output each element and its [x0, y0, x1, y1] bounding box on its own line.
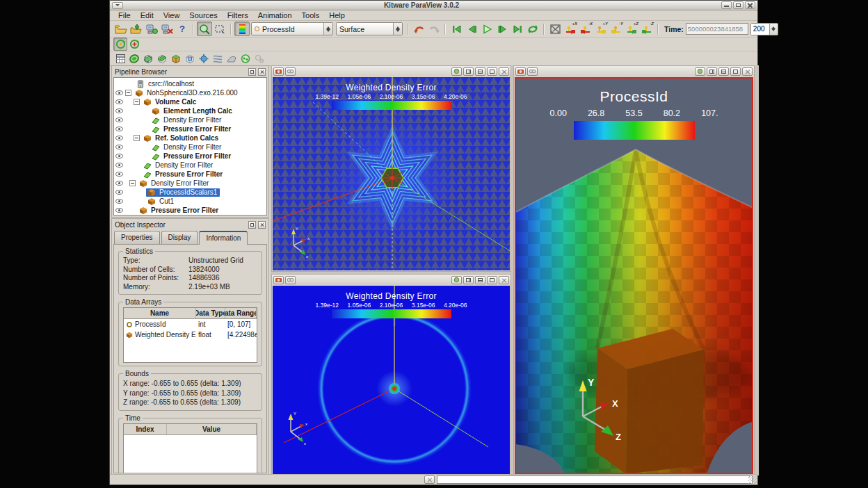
menu-sources[interactable]: Sources [184, 11, 222, 19]
tab-display[interactable]: Display [161, 231, 198, 244]
set-view-minus-x-button[interactable]: -X [578, 22, 593, 36]
pipeline-item-source[interactable]: NohSpherical3D.exo.216.000 [114, 88, 266, 97]
frame-spinbox[interactable] [750, 23, 778, 35]
redo-button[interactable] [426, 22, 442, 36]
pipeline-item[interactable]: Pressure Error Filter [114, 206, 266, 215]
link-view-button[interactable] [285, 67, 296, 76]
split-vertical-button[interactable] [475, 276, 485, 284]
tab-properties[interactable]: Properties [114, 231, 160, 244]
reset-camera-button[interactable] [547, 22, 563, 36]
split-horizontal-button[interactable] [707, 67, 717, 76]
eye-icon[interactable] [115, 190, 123, 195]
menu-file[interactable]: File [113, 11, 136, 19]
split-horizontal-button[interactable] [463, 67, 474, 76]
stream-tracer-button[interactable] [211, 52, 225, 65]
maximize-view-button[interactable] [487, 67, 497, 76]
menu-help[interactable]: Help [324, 11, 350, 19]
set-view-plus-x-button[interactable]: +X [563, 22, 578, 36]
open-file-button[interactable] [113, 22, 129, 36]
expander-icon[interactable] [134, 135, 140, 141]
viewport-mesh-star[interactable]: Y x z Weighted Density Error 1.39e-12 1.… [273, 77, 510, 270]
eye-icon[interactable] [115, 108, 123, 113]
split-vertical-button[interactable] [718, 67, 729, 76]
menu-edit[interactable]: Edit [136, 11, 159, 19]
expander-icon[interactable] [129, 180, 136, 186]
time-value-input[interactable] [686, 23, 748, 35]
lookmark-button[interactable] [515, 67, 526, 76]
connect-server-button[interactable] [144, 22, 159, 36]
pipeline-item[interactable]: Density Error Filter [114, 143, 266, 152]
previous-frame-button[interactable] [464, 22, 479, 36]
dock-close-button[interactable] [258, 68, 266, 76]
column-header-name[interactable]: Name [124, 308, 196, 318]
minimize-button[interactable] [721, 1, 732, 9]
eye-icon[interactable] [115, 199, 123, 204]
pipeline-item[interactable]: Pressure Error Filter [114, 170, 266, 179]
view-lookmark-button[interactable] [451, 67, 462, 76]
play-button[interactable] [479, 22, 495, 36]
first-frame-button[interactable] [449, 22, 464, 36]
pipeline-item[interactable]: Density Error Filter [114, 161, 266, 170]
close-view-button[interactable] [499, 67, 509, 76]
spinbox-arrows-icon[interactable] [769, 24, 778, 35]
edit-color-map-button[interactable] [234, 22, 250, 36]
close-button[interactable] [745, 1, 755, 9]
eye-icon[interactable] [115, 145, 123, 149]
pipeline-item[interactable]: Pressure Error Filter [114, 152, 266, 161]
menu-animation[interactable]: Animation [253, 11, 297, 19]
maximize-button[interactable] [733, 1, 744, 9]
warp-filter-button[interactable] [225, 52, 239, 65]
rubber-band-zoom-button[interactable] [197, 22, 212, 36]
pipeline-item-server[interactable]: csrc://localhost [114, 79, 266, 88]
eye-icon[interactable] [115, 136, 123, 140]
pipeline-item-selected[interactable]: ProcessIdScalars1 [114, 188, 266, 197]
column-header-ranges[interactable]: Data Ranges [225, 308, 257, 318]
split-horizontal-button[interactable] [463, 276, 474, 284]
view-lookmark-button[interactable] [695, 67, 705, 76]
object-inspector-header[interactable]: Object Inspector [112, 219, 268, 230]
set-view-minus-y-button[interactable]: -Y [609, 22, 624, 36]
viewport-processid-cube[interactable]: Y X Z ProcessId 0.00 26.8 53.5 80.2 107. [515, 77, 753, 474]
clip-filter-button[interactable] [141, 52, 155, 65]
group-datasets-button[interactable] [239, 52, 252, 65]
frame-value-input[interactable] [751, 24, 769, 35]
column-header-index[interactable]: Index [124, 424, 167, 434]
dock-float-button[interactable] [248, 221, 256, 229]
set-view-plus-z-button[interactable]: +Z [624, 22, 639, 36]
slice-filter-button[interactable] [155, 52, 169, 65]
eye-icon[interactable] [115, 208, 123, 213]
color-by-variable-combobox[interactable]: ProcessId [251, 22, 333, 35]
set-view-plus-y-button[interactable]: +Y [593, 22, 609, 36]
eye-icon[interactable] [115, 181, 123, 186]
title-bar[interactable]: Kitware ParaView 3.0.2 [110, 1, 757, 10]
pipeline-item[interactable]: Pressure Error Filter [114, 124, 266, 133]
representation-combobox[interactable]: Surface [336, 22, 403, 35]
lookmark-button[interactable] [273, 67, 284, 76]
close-view-button[interactable] [742, 67, 753, 76]
view-lookmark-button[interactable] [451, 276, 462, 284]
eye-icon[interactable] [115, 90, 123, 95]
menu-filters[interactable]: Filters [223, 11, 253, 19]
pick-center-button[interactable] [127, 38, 141, 51]
link-view-button[interactable] [527, 67, 538, 76]
color-legend[interactable]: Weighted Density Error 1.39e-12 1.05e-06… [316, 291, 467, 318]
loop-button[interactable] [525, 22, 540, 36]
set-view-minus-z-button[interactable]: -Z [639, 22, 654, 36]
tab-information[interactable]: Information [199, 231, 248, 245]
pipeline-browser-header[interactable]: Pipeline Browser [112, 66, 268, 77]
extract-block-button[interactable] [252, 52, 266, 65]
link-view-button[interactable] [285, 276, 296, 284]
split-vertical-button[interactable] [475, 67, 485, 76]
eye-icon[interactable] [115, 99, 123, 104]
pipeline-item[interactable]: Cut1 [114, 197, 266, 206]
viewport-ring[interactable]: Y x z Weighted Density Error 1.39e-12 1.… [273, 286, 510, 474]
help-button[interactable]: ? [175, 22, 190, 36]
pipeline-item[interactable]: Volume Calc [114, 97, 266, 106]
dock-close-button[interactable] [258, 221, 266, 229]
menu-tools[interactable]: Tools [297, 11, 325, 19]
table-row[interactable]: Weighted Density Error float [4.22498e-1… [124, 330, 257, 340]
extract-subset-button[interactable] [183, 52, 197, 65]
menu-view[interactable]: View [159, 11, 185, 19]
pipeline-item[interactable]: Element Length Calc [114, 106, 266, 115]
lookmark-button[interactable] [273, 276, 284, 284]
